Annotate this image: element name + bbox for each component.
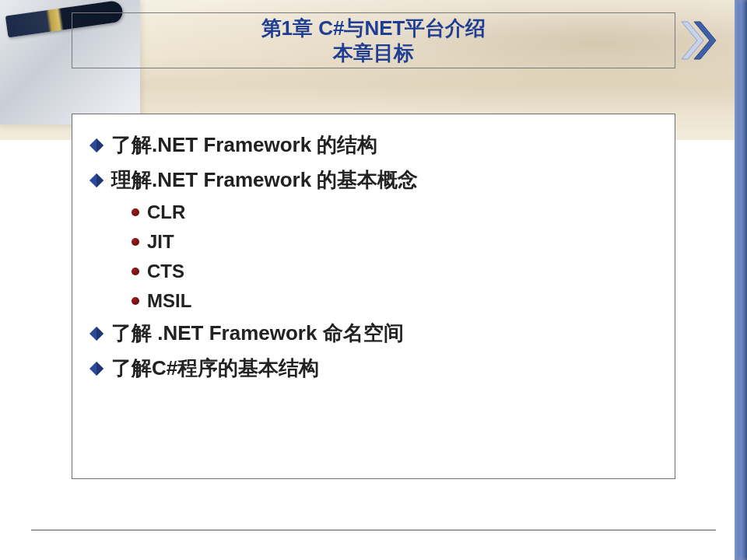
bullet-row: 了解C#程序的基本结构 — [89, 355, 658, 382]
sub-bullet-row: MSIL — [89, 290, 658, 312]
sub-bullet-row: CLR — [89, 201, 658, 223]
circle-bullet-icon — [132, 208, 139, 216]
svg-marker-3 — [96, 138, 103, 152]
bullet-row: 理解.NET Framework 的基本概念 — [89, 166, 658, 194]
svg-marker-5 — [96, 173, 103, 187]
sub-bullet-text: CTS — [147, 261, 184, 282]
slide-title-box: 第1章 C#与NET平台介绍 本章目标 — [72, 12, 675, 68]
bottom-divider — [31, 530, 716, 530]
circle-bullet-icon — [132, 268, 139, 275]
sub-bullet-row: CTS — [89, 261, 658, 282]
svg-marker-7 — [96, 327, 103, 341]
title-line-1: 第1章 C#与NET平台介绍 — [261, 16, 486, 41]
sub-bullet-text: JIT — [147, 231, 174, 253]
circle-bullet-icon — [132, 297, 139, 305]
diamond-bullet-icon — [89, 138, 103, 152]
bullet-text: 了解 .NET Framework 命名空间 — [111, 320, 404, 347]
diamond-bullet-icon — [89, 327, 103, 341]
content-box: 了解.NET Framework 的结构 理解.NET Framework 的基… — [72, 114, 675, 479]
sub-bullet-row: JIT — [89, 231, 658, 253]
bullet-text: 了解.NET Framework 的结构 — [111, 131, 377, 159]
bullet-text: 理解.NET Framework 的基本概念 — [111, 166, 418, 194]
svg-marker-9 — [96, 362, 103, 376]
circle-bullet-icon — [132, 238, 139, 246]
sub-bullet-text: CLR — [147, 201, 185, 223]
title-line-2: 本章目标 — [333, 40, 414, 66]
bullet-row: 了解 .NET Framework 命名空间 — [89, 320, 658, 347]
bullet-text: 了解C#程序的基本结构 — [111, 355, 319, 382]
arrow-chevron-icon — [677, 17, 724, 64]
diamond-bullet-icon — [89, 173, 103, 187]
sub-bullet-text: MSIL — [147, 290, 191, 312]
bullet-row: 了解.NET Framework 的结构 — [89, 131, 658, 159]
right-accent-bar — [735, 0, 747, 560]
diamond-bullet-icon — [89, 362, 103, 376]
